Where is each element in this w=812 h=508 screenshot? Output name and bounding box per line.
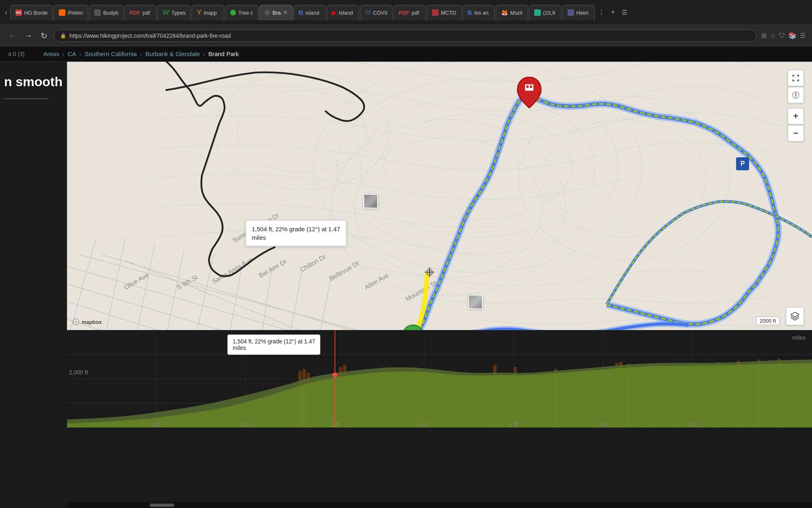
tab-bra[interactable]: Bra ✕ [259, 5, 292, 20]
tab-bodyb[interactable]: Bodyb [89, 5, 123, 20]
tab-label: pdf [143, 10, 150, 16]
miles-label: miles [792, 334, 806, 341]
svg-marker-49 [795, 95, 797, 98]
elev-tooltip-text: 1,504 ft, 22% grade (12°) at 1.47 [233, 338, 315, 345]
fullscreen-button[interactable] [788, 70, 804, 86]
tab-favicon-youtube: ▶ [332, 9, 337, 16]
tab-favicon-shield: 🛡 [365, 10, 371, 16]
tab-favicon-mozilla: 🦊 [501, 9, 508, 16]
tab-label: Bra [272, 10, 281, 16]
address-actions: ⊞ ☆ 🛡 📚 ☰ [761, 32, 806, 39]
tab-favicon-hg: HG [15, 9, 22, 16]
map-container[interactable]: Olive Ave S 9th St Santa Anita Ave Bel A… [67, 62, 812, 330]
compass-button[interactable] [788, 87, 804, 103]
tab-favicon-bra [264, 10, 270, 15]
tab-label: Prelim [68, 10, 83, 16]
map-thumbnail-2[interactable] [468, 295, 483, 309]
tab-los-an[interactable]: G los an [462, 5, 495, 20]
tab-label: Mozil [510, 10, 523, 16]
map-layers-button[interactable] [786, 307, 804, 325]
svg-text:2,000 ft: 2,000 ft [69, 369, 88, 376]
breadcrumb-burbank[interactable]: Burbank & Glendale [145, 50, 200, 57]
tab-star[interactable]: (23,9 [529, 5, 561, 20]
tab-tree[interactable]: Tree c [225, 5, 258, 20]
map-thumbnail-1[interactable] [363, 194, 378, 208]
lock-icon: 🔒 [60, 33, 66, 39]
tab-label: HG Borde [24, 10, 48, 16]
tab-types[interactable]: W Types [158, 5, 191, 20]
x-label-2-5: 2.5 [510, 421, 517, 428]
parking-icon[interactable]: P [736, 157, 749, 170]
x-label-3-0: 3.0 [599, 421, 607, 428]
tab-mctd[interactable]: MCTD [427, 5, 462, 20]
url-text: https://www.hikingproject.com/trail/7042… [69, 33, 231, 39]
tab-pdf2[interactable]: PDF pdf [393, 5, 426, 20]
tab-label: MCTD [441, 10, 456, 16]
svg-marker-48 [795, 92, 797, 95]
x-label-3-5: 3.5 [688, 421, 696, 428]
tab-menu-button[interactable]: ☰ [619, 9, 630, 16]
prev-tabs-button[interactable]: ‹ [3, 6, 9, 19]
tab-label: Types [171, 10, 186, 16]
tab-favicon-star [534, 9, 541, 16]
tab-prelim[interactable]: Prelim [54, 5, 88, 20]
bookmarks-panel-icon[interactable]: 📚 [788, 32, 797, 39]
zoom-plus-icon: + [793, 111, 799, 122]
parking-label: P [741, 160, 745, 167]
tab-close-button[interactable]: ✕ [283, 10, 287, 15]
map-background: Olive Ave S 9th St Santa Anita Ave Bel A… [67, 62, 812, 330]
tab-heim[interactable]: Heim [562, 5, 595, 20]
divider [4, 98, 49, 99]
zoom-in-button[interactable]: + [788, 108, 804, 124]
tab-island-yt[interactable]: ▶ Island [327, 5, 359, 20]
tab-hg-borde[interactable]: HG HG Borde [10, 5, 53, 20]
tab-label: los an [474, 10, 488, 16]
url-bar[interactable]: 🔒 https://www.hikingproject.com/trail/70… [54, 30, 756, 42]
tab-favicon-google: G [299, 9, 303, 16]
breadcrumb-areas[interactable]: Areas [43, 50, 59, 57]
tab-label: Bodyb [103, 10, 118, 16]
browser-menu-icon[interactable]: ☰ [800, 32, 806, 39]
tab-mozilla[interactable]: 🦊 Mozil [496, 5, 528, 20]
mapbox-attribution: i mapbox [73, 319, 102, 325]
left-panel: n smooth [0, 62, 67, 330]
svg-rect-46 [530, 85, 532, 88]
svg-rect-45 [526, 85, 529, 88]
map-controls: + − [788, 70, 804, 141]
forward-button[interactable]: → [23, 29, 34, 42]
breadcrumb-southern-ca[interactable]: Southern California [85, 50, 137, 57]
zoom-minus-icon: − [793, 128, 799, 139]
scale-label: 2000 ft [760, 318, 776, 324]
back-button[interactable]: ← [6, 29, 18, 42]
x-label-0-5: 0.5 [152, 421, 160, 428]
reload-button[interactable]: ↻ [39, 29, 49, 42]
tab-pdf1[interactable]: PDF pdf [124, 5, 157, 20]
breadcrumb-ca[interactable]: CA [68, 50, 76, 57]
tab-label: COVII [373, 10, 387, 16]
breadcrumb-sep-4: › [203, 50, 205, 57]
tab-favicon-inapp: Y [197, 9, 201, 16]
tab-inapp[interactable]: Y Inapp [192, 5, 224, 20]
main-content: n smooth [0, 62, 812, 330]
info-icon: i [73, 319, 79, 325]
tooltip-line1: 1,504 ft, 22% grade (12°) at 1.47 [252, 226, 340, 232]
horizontal-scrollbar[interactable] [67, 502, 812, 508]
scroll-thumb[interactable] [150, 504, 174, 507]
app-menu-icon[interactable]: ⊞ [761, 32, 767, 39]
map-scale: 2000 ft [756, 317, 780, 325]
tab-covii[interactable]: 🛡 COVII [360, 5, 393, 20]
tab-overflow-button[interactable]: ⋮ [596, 9, 607, 16]
trail-description: n smooth [0, 70, 67, 93]
tab-island-google[interactable]: G island [294, 5, 326, 20]
address-bar: ← → ↻ 🔒 https://www.hikingproject.com/tr… [0, 25, 812, 46]
tab-label: island [305, 10, 319, 16]
zoom-out-button[interactable]: − [788, 125, 804, 141]
map-tooltip: 1,504 ft, 22% grade (12°) at 1.47 miles [246, 220, 346, 246]
breadcrumb-sep-3: › [140, 50, 142, 57]
shield-icon[interactable]: 🛡 [779, 32, 785, 39]
new-tab-button[interactable]: + [608, 8, 619, 17]
tab-label: Heim [577, 10, 589, 16]
x-label-1-0: 1.0 [242, 421, 249, 428]
tab-favicon-pdf: PDF [130, 10, 140, 16]
bookmark-icon[interactable]: ☆ [770, 32, 775, 39]
